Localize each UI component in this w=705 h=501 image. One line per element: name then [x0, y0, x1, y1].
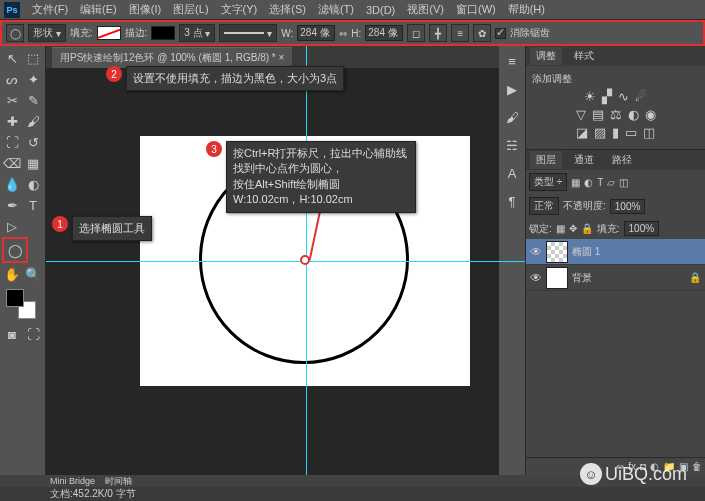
history-brush[interactable]: ↺	[23, 132, 43, 152]
channels-tab[interactable]: 通道	[568, 151, 600, 169]
adj-vibrance-icon[interactable]: ▽	[576, 107, 586, 122]
dodge-tool[interactable]: ◐	[23, 174, 43, 194]
tool-preset-icon[interactable]: ◯	[6, 24, 24, 42]
healing-tool[interactable]: ✚	[2, 111, 22, 131]
eyedropper-tool[interactable]: ✎	[23, 90, 43, 110]
wand-tool[interactable]: ✦	[23, 69, 43, 89]
layer-thumb[interactable]	[546, 241, 568, 263]
fill-swatch[interactable]	[97, 26, 121, 40]
guide-horizontal[interactable]	[46, 261, 525, 262]
screenmode-icon[interactable]: ⛶	[23, 324, 43, 344]
trash-icon[interactable]: 🗑	[692, 461, 702, 472]
opacity-value[interactable]: 100%	[610, 199, 646, 214]
char-icon[interactable]: A	[503, 164, 521, 182]
quickmask-icon[interactable]: ◙	[2, 324, 22, 344]
menu-view[interactable]: 视图(V)	[401, 0, 450, 19]
paths-tab[interactable]: 路径	[606, 151, 638, 169]
menu-layer[interactable]: 图层(L)	[167, 0, 214, 19]
menu-image[interactable]: 图像(I)	[123, 0, 167, 19]
para-icon[interactable]: ¶	[503, 192, 521, 210]
gradient-tool[interactable]: ▦	[23, 153, 43, 173]
brush-presets-icon[interactable]: ☵	[503, 136, 521, 154]
hand-tool[interactable]: ✋	[2, 264, 22, 284]
layers-tab[interactable]: 图层	[530, 151, 562, 169]
layer-name[interactable]: 背景	[572, 271, 592, 285]
adj-hue-icon[interactable]: ▤	[592, 107, 604, 122]
crop-tool[interactable]: ✂	[2, 90, 22, 110]
filter-pixel-icon[interactable]: ▦	[571, 177, 580, 188]
ellipse-tool[interactable]: ◯	[5, 240, 25, 260]
stroke-style[interactable]: ▾	[219, 24, 277, 42]
adj-poster-icon[interactable]: ▨	[594, 125, 606, 140]
layer-row-bg[interactable]: 👁 背景 🔒	[526, 265, 705, 291]
adjustments-tab[interactable]: 调整	[530, 47, 562, 65]
adj-curves-icon[interactable]: ∿	[618, 89, 629, 104]
zoom-tool[interactable]: 🔍	[23, 264, 43, 284]
center-point-icon	[300, 255, 310, 265]
layer-row-ellipse[interactable]: 👁 椭圆 1	[526, 239, 705, 265]
visibility-icon[interactable]: 👁	[530, 271, 542, 285]
menu-window[interactable]: 窗口(W)	[450, 0, 502, 19]
path-ops-icon[interactable]: ◻	[407, 24, 425, 42]
minibridge-tab[interactable]: Mini Bridge	[50, 476, 95, 486]
fill-value[interactable]: 100%	[624, 221, 660, 236]
adj-selective-icon[interactable]: ◫	[643, 125, 655, 140]
adj-levels-icon[interactable]: ▞	[602, 89, 612, 104]
adj-balance-icon[interactable]: ⚖	[610, 107, 622, 122]
badge-3-icon: 3	[206, 141, 222, 157]
link-icon[interactable]: ⇔	[339, 28, 347, 39]
menu-3d[interactable]: 3D(D)	[360, 2, 401, 18]
filter-kind[interactable]: 类型 ÷	[529, 173, 567, 191]
brush-panel-icon[interactable]: 🖌	[503, 108, 521, 126]
visibility-icon[interactable]: 👁	[530, 245, 542, 259]
menu-file[interactable]: 文件(F)	[26, 0, 74, 19]
lock-position-icon[interactable]: ✥	[569, 223, 577, 234]
adj-threshold-icon[interactable]: ▮	[612, 125, 619, 140]
stamp-tool[interactable]: ⛶	[2, 132, 22, 152]
type-tool[interactable]: T	[23, 195, 43, 215]
adj-photo-icon[interactable]: ◉	[645, 107, 656, 122]
align-icon[interactable]: ╋	[429, 24, 447, 42]
adj-brightness-icon[interactable]: ☀	[584, 89, 596, 104]
styles-tab[interactable]: 样式	[568, 47, 600, 65]
play-icon[interactable]: ▶	[503, 80, 521, 98]
eraser-tool[interactable]: ⌫	[2, 153, 22, 173]
height-input[interactable]	[365, 25, 403, 41]
pen-tool[interactable]: ✒	[2, 195, 22, 215]
stroke-width[interactable]: 3 点 ▾	[179, 24, 215, 42]
artboard-tool[interactable]: ⬚	[23, 48, 43, 68]
adj-map-icon[interactable]: ▭	[625, 125, 637, 140]
shape-mode-select[interactable]: 形状 ▾	[28, 24, 66, 42]
lasso-tool[interactable]: ᔕ	[2, 69, 22, 89]
brush-tool[interactable]: 🖌	[23, 111, 43, 131]
blur-tool[interactable]: 💧	[2, 174, 22, 194]
blend-mode[interactable]: 正常	[529, 197, 559, 215]
move-tool[interactable]: ↖	[2, 48, 22, 68]
color-swatches[interactable]	[6, 289, 36, 319]
gear-icon[interactable]: ✿	[473, 24, 491, 42]
filter-adj-icon[interactable]: ◐	[584, 177, 593, 188]
menu-filter[interactable]: 滤镜(T)	[312, 0, 360, 19]
adj-bw-icon[interactable]: ◐	[628, 107, 639, 122]
path-tool[interactable]: ▷	[2, 216, 22, 236]
document-tab[interactable]: 用PS快速绘制12色环 @ 100% (椭圆 1, RGB/8) * ×	[52, 47, 292, 68]
width-input[interactable]	[297, 25, 335, 41]
history-icon[interactable]: ≡	[503, 52, 521, 70]
menu-edit[interactable]: 编辑(E)	[74, 0, 123, 19]
lock-all-icon[interactable]: 🔒	[581, 223, 593, 234]
lock-pixels-icon[interactable]: ▦	[556, 223, 565, 234]
filter-type-icon[interactable]: T	[597, 177, 603, 188]
filter-smart-icon[interactable]: ◫	[619, 177, 628, 188]
stroke-swatch[interactable]	[151, 26, 175, 40]
adj-invert-icon[interactable]: ◪	[576, 125, 588, 140]
menu-select[interactable]: 选择(S)	[263, 0, 312, 19]
layer-name[interactable]: 椭圆 1	[572, 245, 600, 259]
arrange-icon[interactable]: ≡	[451, 24, 469, 42]
antialias-check[interactable]	[495, 28, 506, 39]
layer-thumb[interactable]	[546, 267, 568, 289]
menu-type[interactable]: 文字(Y)	[215, 0, 264, 19]
filter-shape-icon[interactable]: ▱	[607, 177, 615, 188]
adj-exposure-icon[interactable]: ☄	[635, 89, 647, 104]
menu-help[interactable]: 帮助(H)	[502, 0, 551, 19]
timeline-tab[interactable]: 时间轴	[105, 475, 132, 488]
